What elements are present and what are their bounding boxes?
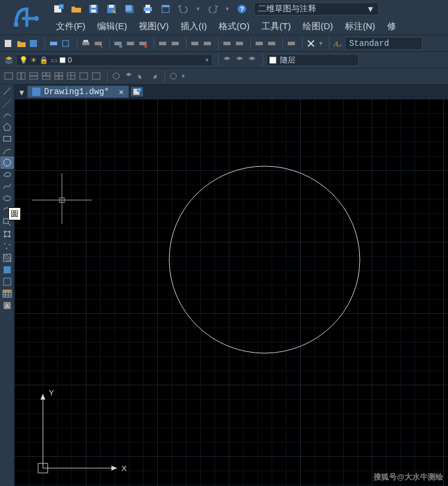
svg-line-76	[6, 254, 11, 259]
open-icon[interactable]	[70, 3, 82, 15]
hatch-tool-icon[interactable]	[1, 253, 13, 263]
vp8-icon[interactable]	[91, 71, 102, 82]
tb-pr13-icon[interactable]	[266, 38, 277, 49]
tab-list-dropdown-icon[interactable]: ▼	[18, 88, 25, 95]
svg-rect-16	[162, 5, 169, 7]
menu-file[interactable]: 文件(F)	[50, 21, 91, 32]
save-icon[interactable]	[88, 3, 100, 15]
arc-tool-icon[interactable]	[1, 145, 13, 156]
tb-print-icon[interactable]	[48, 38, 59, 49]
vp2-icon[interactable]	[16, 71, 27, 82]
tab-close-icon[interactable]: ✕	[119, 87, 123, 97]
vp7-icon[interactable]	[79, 71, 89, 82]
vp5-icon[interactable]	[54, 71, 64, 82]
tb-pr12-icon[interactable]	[254, 38, 265, 49]
polyline-tool-icon[interactable]	[1, 110, 13, 120]
svg-point-58	[170, 73, 176, 79]
saveall-icon[interactable]	[124, 3, 136, 15]
vp6-icon[interactable]	[66, 71, 77, 82]
iso1-icon[interactable]	[111, 71, 122, 82]
saveas-icon[interactable]	[106, 3, 118, 15]
tb-preview-icon[interactable]	[61, 38, 71, 49]
tb-pr8-icon[interactable]	[189, 38, 200, 49]
svg-rect-84	[3, 290, 11, 292]
svg-point-66	[4, 231, 5, 233]
new-tab-button[interactable]: +	[131, 87, 143, 96]
ellipse-tool-icon[interactable]	[1, 193, 13, 204]
svg-text:A: A	[5, 303, 8, 309]
tb-pr10-icon[interactable]	[222, 38, 232, 49]
dwg-icon	[32, 88, 41, 96]
vp3-icon[interactable]	[29, 71, 39, 82]
polygon-tool-icon[interactable]	[1, 122, 13, 132]
tb-pr4-icon[interactable]	[125, 38, 136, 49]
revcloud-tool-icon[interactable]	[1, 169, 13, 180]
print-icon[interactable]	[142, 3, 154, 15]
help-icon[interactable]: ?	[236, 3, 248, 15]
titlebar: + ▼ ▼ ? 二维草图与注释 ▼	[0, 0, 448, 18]
table-tool-icon[interactable]	[1, 288, 13, 299]
region-tool-icon[interactable]	[1, 276, 13, 287]
bulb-icon: 💡	[19, 56, 28, 64]
layer-iso-icon[interactable]	[222, 55, 232, 66]
point-tool-icon[interactable]	[1, 241, 13, 251]
undo-icon[interactable]	[178, 3, 189, 15]
menu-insert[interactable]: 插入(I)	[175, 21, 213, 32]
spline-tool-icon[interactable]	[1, 181, 13, 192]
document-tab[interactable]: Drawing1.dwg* ✕	[27, 86, 129, 98]
canvas-area: ▼ Drawing1.dwg* ✕ +	[14, 85, 448, 486]
menu-annotate[interactable]: 标注(N)	[339, 21, 381, 32]
menu-format[interactable]: 格式(O)	[213, 21, 256, 32]
tb-pr5-icon[interactable]	[138, 38, 148, 49]
line-tool-icon[interactable]	[1, 86, 13, 96]
svg-point-1	[34, 16, 39, 21]
tb-pr2-icon[interactable]	[93, 38, 104, 49]
workspace-selector[interactable]: 二维草图与注释 ▼	[254, 2, 379, 15]
layer-manager-icon[interactable]	[4, 55, 14, 66]
toolbar-row-3: ▼	[0, 68, 448, 85]
tb-x-icon[interactable]	[306, 38, 316, 49]
menu-tools[interactable]: 工具(T)	[256, 21, 297, 32]
tb-pr1-icon[interactable]	[80, 38, 91, 49]
redo-icon[interactable]	[207, 3, 219, 15]
svg-text:?: ?	[239, 5, 244, 13]
tb-pr11-icon[interactable]	[234, 38, 245, 49]
tb-new-icon[interactable]	[4, 38, 14, 49]
new-icon[interactable]: +	[52, 3, 64, 15]
tb-pr9-icon[interactable]	[202, 38, 213, 49]
plot-icon[interactable]	[160, 3, 172, 15]
tb-save-icon[interactable]	[29, 38, 39, 49]
menu-more[interactable]: 修	[381, 21, 402, 32]
layer-prev-icon[interactable]	[234, 55, 245, 66]
tb-pr3-icon[interactable]	[113, 38, 123, 49]
print-layer-icon: ▭	[51, 56, 57, 64]
drawing-canvas[interactable]: Y X 搜狐号@大水牛测绘	[14, 99, 448, 486]
make-block-tool-icon[interactable]	[1, 229, 13, 239]
iso4-icon[interactable]	[148, 71, 159, 82]
app-logo[interactable]	[2, 0, 49, 35]
iso2-icon[interactable]	[123, 71, 134, 82]
vp1-icon[interactable]	[4, 71, 14, 82]
vp4-icon[interactable]	[41, 71, 52, 82]
svg-rect-50	[59, 73, 63, 76]
tb-pr14-icon[interactable]	[286, 38, 297, 49]
tb-pr6-icon[interactable]	[157, 38, 168, 49]
rectangle-tool-icon[interactable]	[1, 133, 13, 144]
tb-pr7-icon[interactable]	[170, 38, 181, 49]
menu-view[interactable]: 视图(V)	[133, 21, 175, 32]
iso3-icon[interactable]	[136, 71, 147, 82]
tb-open-icon[interactable]	[16, 38, 27, 49]
layer-selector[interactable]: 💡 ☀ 🔒 ▭ 0 ▼	[16, 54, 213, 66]
text-style-selector[interactable]: Standard	[345, 37, 422, 50]
gradient-tool-icon[interactable]	[1, 264, 13, 275]
layer-prop-selector[interactable]: 随层	[266, 54, 359, 66]
circle-tool-icon[interactable]	[1, 157, 13, 168]
text-style-icon[interactable]: A	[332, 38, 343, 49]
menu-draw[interactable]: 绘图(D)	[297, 21, 339, 32]
xline-tool-icon[interactable]	[1, 98, 13, 108]
layer-match-icon[interactable]	[247, 55, 257, 66]
svg-rect-34	[204, 42, 211, 45]
mtext-tool-icon[interactable]: A	[1, 300, 13, 311]
nav-icon[interactable]	[168, 71, 179, 82]
menu-edit[interactable]: 编辑(E)	[91, 21, 133, 32]
